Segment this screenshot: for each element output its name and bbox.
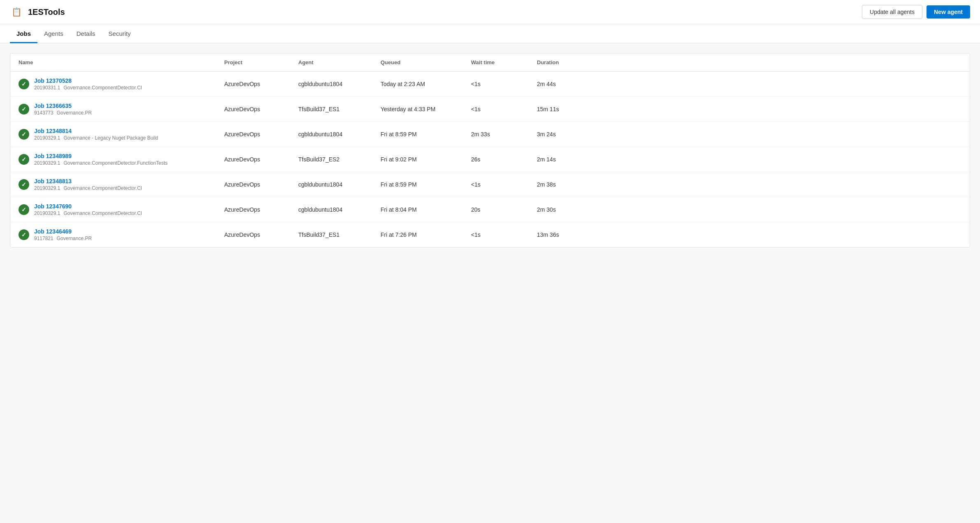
job-queued: Today at 2:23 AM: [381, 81, 471, 87]
job-duration: 15m 11s: [537, 106, 603, 112]
col-duration: Duration: [537, 59, 603, 65]
job-subtitle: 20190329.1 Governance.ComponentDetector.…: [34, 160, 167, 166]
col-wait-time: Wait time: [471, 59, 537, 65]
job-subtitle: 9117821 Governance.PR: [34, 236, 92, 241]
job-subtitle: 20190329.1 Governance.ComponentDetector.…: [34, 185, 142, 191]
job-wait: <1s: [471, 181, 537, 188]
status-success-icon: [19, 79, 29, 89]
col-queued: Queued: [381, 59, 471, 65]
status-success-icon: [19, 129, 29, 140]
job-definition: Governance.ComponentDetector.CI: [63, 185, 142, 191]
job-subtitle: 20190331.1 Governance.ComponentDetector.…: [34, 85, 142, 91]
job-name-info: Job 12348814 20190329.1 Governance - Leg…: [34, 128, 158, 141]
job-project: AzureDevOps: [224, 206, 298, 213]
job-definition: Governance.PR: [57, 236, 92, 241]
table-row[interactable]: Job 12346469 9117821 Governance.PR Azure…: [10, 222, 970, 247]
job-title[interactable]: Job 12348813: [34, 178, 142, 184]
job-build: 20190329.1: [34, 160, 60, 166]
job-name-cell: Job 12348814 20190329.1 Governance - Leg…: [19, 128, 224, 141]
job-build: 9143773: [34, 110, 53, 116]
tab-details[interactable]: Details: [70, 24, 102, 43]
job-build: 20190329.1: [34, 210, 60, 216]
job-name-info: Job 12347690 20190329.1 Governance.Compo…: [34, 203, 142, 216]
job-name-info: Job 12346469 9117821 Governance.PR: [34, 228, 92, 241]
table-row[interactable]: Job 12366635 9143773 Governance.PR Azure…: [10, 97, 970, 122]
job-name-info: Job 12370528 20190331.1 Governance.Compo…: [34, 77, 142, 91]
header-actions: Update all agents New agent: [862, 5, 970, 19]
update-all-agents-button[interactable]: Update all agents: [862, 5, 922, 19]
job-name-cell: Job 12370528 20190331.1 Governance.Compo…: [19, 77, 224, 91]
job-name-info: Job 12348813 20190329.1 Governance.Compo…: [34, 178, 142, 191]
status-success-icon: [19, 104, 29, 114]
content: Name Project Agent Queued Wait time Dura…: [0, 43, 980, 257]
job-wait: 2m 33s: [471, 131, 537, 138]
col-project: Project: [224, 59, 298, 65]
job-title[interactable]: Job 12348989: [34, 153, 167, 159]
job-project: AzureDevOps: [224, 181, 298, 188]
job-duration: 2m 38s: [537, 181, 603, 188]
job-build: 9117821: [34, 236, 53, 241]
job-agent: TfsBuild37_ES2: [298, 156, 381, 163]
job-subtitle: 20190329.1 Governance.ComponentDetector.…: [34, 210, 142, 216]
header-left: 📋 1ESTools: [10, 5, 65, 19]
jobs-table: Name Project Agent Queued Wait time Dura…: [10, 53, 970, 247]
job-agent: cgbldubuntu1804: [298, 206, 381, 213]
job-title[interactable]: Job 12346469: [34, 228, 92, 235]
tab-security[interactable]: Security: [102, 24, 137, 43]
job-duration: 2m 44s: [537, 81, 603, 87]
status-success-icon: [19, 204, 29, 215]
job-wait: <1s: [471, 231, 537, 238]
job-queued: Fri at 9:02 PM: [381, 156, 471, 163]
job-duration: 2m 14s: [537, 156, 603, 163]
job-queued: Fri at 8:04 PM: [381, 206, 471, 213]
job-duration: 2m 30s: [537, 206, 603, 213]
new-agent-button[interactable]: New agent: [927, 5, 970, 19]
status-success-icon: [19, 229, 29, 240]
job-subtitle: 9143773 Governance.PR: [34, 110, 92, 116]
job-project: AzureDevOps: [224, 81, 298, 87]
tab-agents[interactable]: Agents: [37, 24, 70, 43]
job-definition: Governance.ComponentDetector.FunctionTes…: [63, 160, 167, 166]
table-row[interactable]: Job 12348814 20190329.1 Governance - Leg…: [10, 122, 970, 147]
job-title[interactable]: Job 12370528: [34, 77, 142, 84]
job-wait: <1s: [471, 81, 537, 87]
job-agent: cgbldubuntu1804: [298, 181, 381, 188]
table-row[interactable]: Job 12348813 20190329.1 Governance.Compo…: [10, 172, 970, 197]
job-definition: Governance - Legacy Nuget Package Build: [63, 135, 158, 141]
status-success-icon: [19, 154, 29, 165]
job-agent: cgbldubuntu1804: [298, 81, 381, 87]
tab-jobs[interactable]: Jobs: [10, 24, 37, 43]
nav-tabs: Jobs Agents Details Security: [0, 24, 980, 43]
job-title[interactable]: Job 12347690: [34, 203, 142, 210]
job-queued: Yesterday at 4:33 PM: [381, 106, 471, 112]
job-project: AzureDevOps: [224, 106, 298, 112]
job-agent: TfsBuild37_ES1: [298, 231, 381, 238]
app-title: 1ESTools: [28, 7, 65, 17]
table-row[interactable]: Job 12347690 20190329.1 Governance.Compo…: [10, 197, 970, 222]
header: 📋 1ESTools Update all agents New agent: [0, 0, 980, 24]
job-name-info: Job 12366635 9143773 Governance.PR: [34, 103, 92, 116]
col-name: Name: [19, 59, 224, 65]
table-row[interactable]: Job 12370528 20190331.1 Governance.Compo…: [10, 72, 970, 97]
job-wait: <1s: [471, 106, 537, 112]
job-name-cell: Job 12348989 20190329.1 Governance.Compo…: [19, 153, 224, 166]
col-agent: Agent: [298, 59, 381, 65]
job-name-cell: Job 12347690 20190329.1 Governance.Compo…: [19, 203, 224, 216]
app-icon: 📋: [10, 5, 23, 19]
job-agent: TfsBuild37_ES1: [298, 106, 381, 112]
job-build: 20190329.1: [34, 135, 60, 141]
job-queued: Fri at 8:59 PM: [381, 131, 471, 138]
status-success-icon: [19, 179, 29, 190]
job-project: AzureDevOps: [224, 231, 298, 238]
job-duration: 3m 24s: [537, 131, 603, 138]
job-name-cell: Job 12348813 20190329.1 Governance.Compo…: [19, 178, 224, 191]
table-row[interactable]: Job 12348989 20190329.1 Governance.Compo…: [10, 147, 970, 172]
job-name-info: Job 12348989 20190329.1 Governance.Compo…: [34, 153, 167, 166]
job-title[interactable]: Job 12366635: [34, 103, 92, 109]
job-title[interactable]: Job 12348814: [34, 128, 158, 134]
job-definition: Governance.ComponentDetector.CI: [63, 210, 142, 216]
job-duration: 13m 36s: [537, 231, 603, 238]
table-header: Name Project Agent Queued Wait time Dura…: [10, 54, 970, 72]
job-definition: Governance.PR: [57, 110, 92, 116]
table-body: Job 12370528 20190331.1 Governance.Compo…: [10, 72, 970, 247]
